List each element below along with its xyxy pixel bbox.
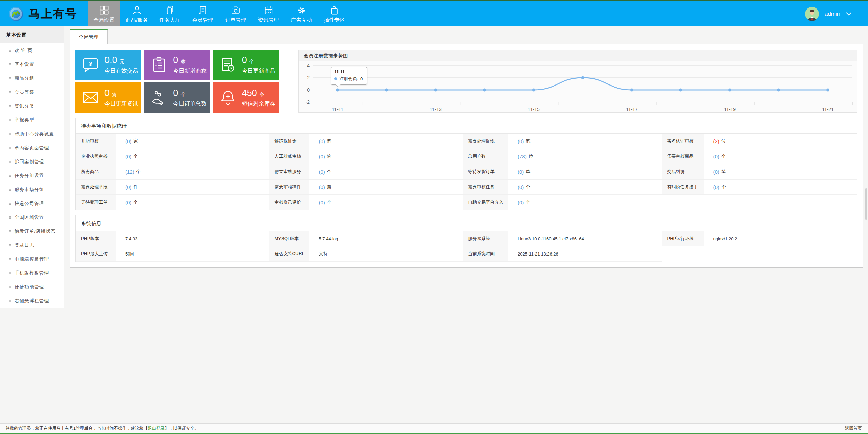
todo-count[interactable]: (0) — [518, 200, 524, 205]
content-panel: ¥ 0.0 元 今日有效交易 — [70, 44, 863, 268]
todo-count[interactable]: (0) — [713, 154, 719, 159]
sidebar-item-news-categories[interactable]: 资讯分类 — [0, 99, 64, 113]
stat-card-total-orders[interactable]: 0 个 今日订单总数 — [144, 82, 210, 113]
sidebar-item-product-groups[interactable]: 商品分组 — [0, 71, 64, 85]
calendar-icon — [264, 5, 274, 15]
todo-count[interactable]: (0) — [125, 200, 131, 205]
nav-item-label: 插件专区 — [324, 17, 345, 23]
sidebar-item-single-page-management[interactable]: 单内容页面管理 — [0, 141, 64, 155]
todo-value-cell[interactable]: (0)篇 — [309, 180, 463, 195]
sidebar-item-express-companies[interactable]: 快递公司管理 — [0, 196, 64, 210]
todo-value-cell[interactable]: (0)笔 — [309, 149, 463, 164]
todo-value-cell[interactable]: (2)位 — [704, 134, 857, 149]
sidebar-item-login-logs[interactable]: 登录日志 — [0, 238, 64, 252]
todo-value-cell[interactable]: (0)笔 — [309, 134, 463, 149]
tooltip-series-row: 注册会员: 0 — [334, 76, 363, 82]
todo-label-cell: 实名认证审核 — [662, 134, 704, 149]
sidebar-item-trigger-order-shop-status[interactable]: 触发订单/店铺状态 — [0, 224, 64, 238]
sidebar-item-recovery-cases[interactable]: 追回案例管理 — [0, 155, 64, 169]
app-logo[interactable]: 马上有号 — [0, 1, 88, 26]
nav-item-global-settings[interactable]: 全局设置 — [88, 1, 120, 26]
user-menu[interactable]: admin — [805, 1, 868, 26]
sidebar-item-mobile-template[interactable]: 手机版模板管理 — [0, 266, 64, 280]
todo-count[interactable]: (0) — [319, 200, 325, 205]
todo-value-cell[interactable]: (0)个 — [704, 149, 857, 164]
todo-count[interactable]: (0) — [319, 138, 325, 144]
todo-value-cell[interactable]: (0)家 — [116, 134, 269, 149]
todo-count[interactable]: (0) — [125, 138, 131, 144]
sidebar-item-welcome[interactable]: 欢 迎 页 — [0, 43, 64, 57]
sidebar-item-task-groups[interactable]: 任务分组设置 — [0, 169, 64, 183]
todo-count[interactable]: (0) — [319, 184, 325, 190]
stat-value: 450 条 — [242, 88, 275, 99]
tab-global-management[interactable]: 全局管理 — [70, 29, 108, 44]
sidebar-item-right-float-bar[interactable]: 右侧悬浮栏管理 — [0, 294, 64, 308]
sidebar-item-label: 任务分组设置 — [15, 173, 44, 179]
todo-value-cell[interactable]: (0)单 — [508, 164, 662, 180]
stat-label: 今日更新资讯 — [104, 100, 138, 108]
nav-item-label: 广告互动 — [291, 17, 312, 23]
vertical-scrollbar[interactable] — [865, 188, 867, 220]
system-value-cell: 支持 — [309, 246, 463, 262]
todo-count[interactable]: (0) — [125, 154, 131, 159]
todo-count[interactable]: (0) — [125, 184, 131, 190]
todo-count[interactable]: (0) — [518, 138, 524, 144]
nav-item-order-management[interactable]: 订单管理 — [219, 1, 252, 26]
nav-item-member-management[interactable]: 会员管理 — [186, 1, 219, 26]
todo-value-cell[interactable]: (0)笔 — [508, 134, 662, 149]
sidebar-item-member-levels[interactable]: 会员等级 — [0, 85, 64, 99]
stat-value: 0 个 — [242, 55, 275, 67]
square-bullet-icon — [9, 77, 11, 79]
todo-value-cell[interactable]: (0)个 — [704, 180, 857, 195]
username: admin — [825, 11, 840, 17]
nav-item-plugin-zone[interactable]: 插件专区 — [318, 1, 351, 26]
todo-count[interactable]: (0) — [713, 184, 719, 190]
sidebar-item-help-center-categories[interactable]: 帮助中心分类设置 — [0, 127, 64, 141]
stat-card-new-merchants[interactable]: 0 家 今日新增商家 — [144, 50, 210, 80]
sidebar-item-region-settings[interactable]: 全国区域设置 — [0, 210, 64, 224]
todo-label-cell: 需要审核商品 — [662, 149, 704, 164]
todo-count[interactable]: (12) — [125, 169, 134, 175]
sidebar-item-service-market-groups[interactable]: 服务市场分组 — [0, 183, 64, 196]
bag-icon — [329, 5, 340, 15]
todo-value-cell[interactable]: (0)个 — [508, 180, 662, 195]
nav-item-news-management[interactable]: 资讯管理 — [252, 1, 285, 26]
back-to-home-link[interactable]: 返回首页 — [845, 426, 862, 431]
todo-value-cell[interactable]: (0)件 — [116, 180, 269, 195]
stat-unit: 个 — [181, 92, 186, 97]
todo-value-cell[interactable]: (0)个 — [508, 195, 662, 210]
stat-card-updated-products[interactable]: 0 个 今日更新商品 — [213, 50, 279, 80]
todo-value-cell[interactable]: (0)个 — [309, 195, 463, 210]
todo-count-alert[interactable]: (2) — [713, 138, 719, 144]
todo-table: 开店审核 (0)家 解冻保证金 (0)笔 需要处理提现 (0)笔 实名认证审核 … — [76, 134, 857, 210]
todo-count[interactable]: (78) — [518, 154, 527, 159]
stat-card-valid-transactions[interactable]: ¥ 0.0 元 今日有效交易 — [75, 50, 141, 80]
sidebar-item-pc-template[interactable]: 电脑端模板管理 — [0, 252, 64, 266]
trend-line-chart: 420-211-1111-1311-1511-1711-1911-21 — [299, 61, 857, 112]
stat-card-sms-stock[interactable]: 450 条 短信剩余库存 — [213, 82, 279, 113]
todo-value-cell[interactable]: (0)笔 — [704, 164, 857, 180]
nav-item-task-hall[interactable]: 任务大厅 — [153, 1, 186, 26]
todo-value-cell[interactable]: (0)个 — [116, 195, 269, 210]
stat-card-updated-news[interactable]: 0 篇 今日更新资讯 — [75, 82, 141, 113]
logout-link[interactable]: 退出登录 — [148, 426, 165, 431]
system-label-cell: PHP版本 — [76, 231, 116, 246]
sidebar-item-basic-settings[interactable]: 基本设置 — [0, 57, 64, 71]
todo-count[interactable]: (0) — [518, 169, 524, 175]
sidebar-item-quick-functions[interactable]: 便捷功能管理 — [0, 280, 64, 294]
todo-value-cell[interactable]: (12)个 — [116, 164, 269, 180]
todo-count[interactable]: (0) — [319, 154, 325, 159]
todo-count[interactable]: (0) — [319, 169, 325, 175]
todo-value-cell[interactable]: (78)位 — [508, 149, 662, 164]
nav-item-ad-interaction[interactable]: 广告互动 — [285, 1, 318, 26]
todo-count[interactable]: (0) — [518, 184, 524, 190]
todo-value-cell[interactable]: (0)个 — [116, 149, 269, 164]
sidebar-item-report-types[interactable]: 举报类型 — [0, 113, 64, 127]
todo-count[interactable]: (0) — [713, 169, 719, 175]
footer: 尊敬的管理员，您正在使用马上有号1管理后台，当长时间不操作，建议您【退出登录】，… — [0, 423, 868, 434]
nav-item-products-services[interactable]: 商品/服务 — [120, 1, 153, 26]
system-label-cell: 是否支持CURL — [269, 246, 309, 262]
todo-value-cell[interactable]: (0)个 — [309, 164, 463, 180]
series-dot-icon — [334, 77, 337, 80]
footer-accent-strip — [0, 433, 868, 434]
